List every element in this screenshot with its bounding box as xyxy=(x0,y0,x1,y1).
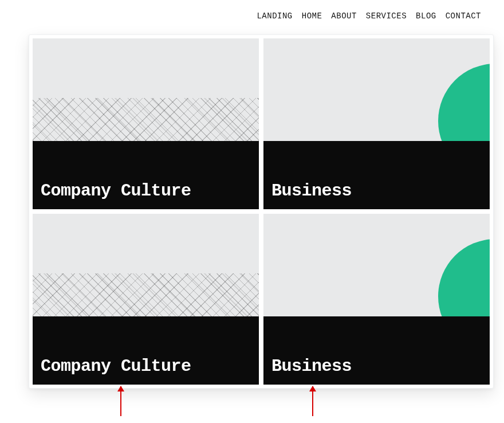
card-title: Company Culture xyxy=(41,182,191,201)
top-nav: LANDING HOME ABOUT SERVICES BLOG CONTACT xyxy=(0,11,481,21)
nav-link-services[interactable]: SERVICES xyxy=(366,11,407,21)
nav-link-landing[interactable]: LANDING xyxy=(257,11,292,21)
annotation-arrow-icon xyxy=(120,386,121,416)
card-footer: Business xyxy=(263,141,490,209)
card-title: Business xyxy=(271,358,352,376)
card-footer: Business xyxy=(263,316,490,385)
nav-link-home[interactable]: HOME xyxy=(302,11,322,21)
annotation-arrow-icon xyxy=(312,386,313,416)
card-business[interactable]: Business xyxy=(263,214,490,385)
card-grid: Company Culture Business Company Culture… xyxy=(29,34,494,389)
card-title: Company Culture xyxy=(41,358,191,376)
page-root: LANDING HOME ABOUT SERVICES BLOG CONTACT… xyxy=(0,0,504,423)
card-company-culture[interactable]: Company Culture xyxy=(33,214,259,385)
card-footer: Company Culture xyxy=(33,316,259,385)
nav-link-contact[interactable]: CONTACT xyxy=(446,11,481,21)
pattern-hatch-icon xyxy=(33,98,259,141)
card-footer: Company Culture xyxy=(33,141,259,209)
nav-link-about[interactable]: ABOUT xyxy=(331,11,357,21)
nav-link-blog[interactable]: BLOG xyxy=(416,11,436,21)
card-title: Business xyxy=(271,182,352,201)
pattern-hatch-icon xyxy=(33,273,259,316)
card-company-culture[interactable]: Company Culture xyxy=(33,38,259,209)
card-business[interactable]: Business xyxy=(263,38,490,209)
